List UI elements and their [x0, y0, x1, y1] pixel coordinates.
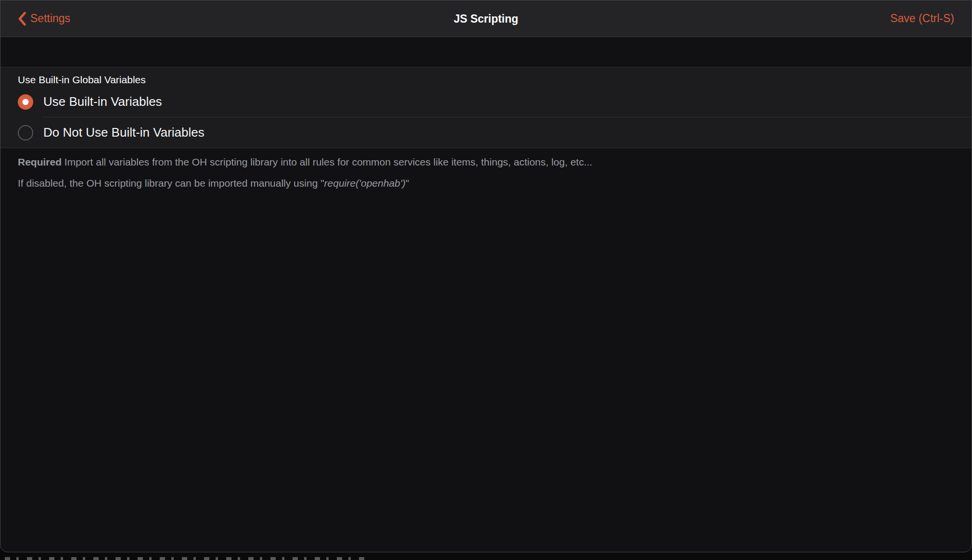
description-line-2-suffix: "	[406, 178, 409, 189]
content-spacer	[0, 37, 972, 67]
radio-selected-icon[interactable]	[18, 94, 33, 110]
description-line-2: If disabled, the OH scripting library ca…	[18, 177, 954, 190]
radio-option-use-builtin[interactable]: Use Built-in Variables	[0, 87, 972, 117]
clipped-background-text	[5, 557, 366, 560]
setting-description: Required Import all variables from the O…	[0, 148, 972, 190]
radio-unselected-icon[interactable]	[18, 125, 33, 140]
settings-list-block: Use Built-in Global Variables Use Built-…	[0, 67, 972, 148]
underlying-window-strip	[0, 552, 972, 560]
description-code-snippet: require('openhab')	[324, 178, 406, 189]
save-button[interactable]: Save (Ctrl-S)	[890, 12, 954, 25]
radio-option-no-builtin[interactable]: Do Not Use Built-in Variables	[0, 117, 972, 148]
radio-option-label: Do Not Use Built-in Variables	[43, 125, 205, 140]
description-line-1: Required Import all variables from the O…	[18, 155, 954, 169]
back-button-label: Settings	[30, 12, 70, 25]
description-line-2-prefix: If disabled, the OH scripting library ca…	[18, 178, 324, 189]
required-badge-text: Required	[18, 156, 62, 167]
js-scripting-settings-panel: Settings JS Scripting Save (Ctrl-S) Use …	[0, 0, 972, 552]
section-label: Use Built-in Global Variables	[0, 67, 972, 87]
radio-dot	[23, 99, 29, 105]
description-line-1-text: Import all variables from the OH scripti…	[62, 156, 592, 167]
radio-option-label: Use Built-in Variables	[43, 94, 162, 109]
navbar: Settings JS Scripting Save (Ctrl-S)	[0, 0, 972, 37]
chevron-left-icon	[18, 11, 26, 26]
page-title: JS Scripting	[454, 12, 518, 25]
back-button[interactable]: Settings	[18, 11, 70, 26]
save-button-label: Save (Ctrl-S)	[890, 12, 954, 25]
